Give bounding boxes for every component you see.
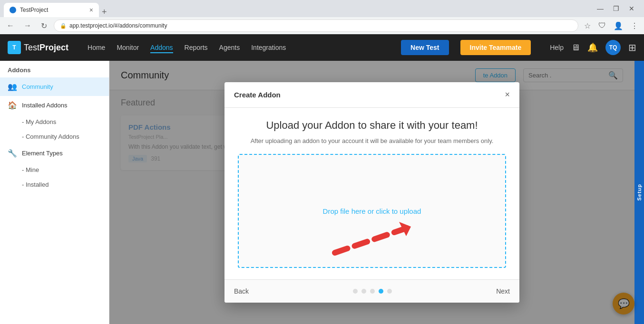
- modal-footer: Back Next: [224, 279, 519, 303]
- sidebar-installed-addons-label: Installed Addons: [22, 102, 67, 109]
- svg-line-0: [335, 227, 411, 253]
- minimize-button[interactable]: —: [595, 4, 605, 13]
- dot-1: [353, 289, 358, 294]
- dot-5: [387, 289, 392, 294]
- modal-header: Create Addon ×: [224, 82, 519, 108]
- pagination-dots: [353, 289, 392, 294]
- sidebar-item-mine[interactable]: - Mine: [0, 162, 109, 177]
- sidebar: Addons 👥 Community 🏠 Installed Addons - …: [0, 61, 109, 324]
- logo-icon: T: [8, 41, 21, 54]
- setup-label: Setup: [636, 184, 642, 201]
- sidebar-item-community-addons[interactable]: - Community Addons: [0, 129, 109, 144]
- nav-reports[interactable]: Reports: [185, 42, 208, 53]
- sidebar-element-types-label: Element Types: [22, 150, 63, 157]
- create-addon-modal: Create Addon × Upload your Addon to shar…: [224, 82, 519, 303]
- tab-title: TestProject: [20, 7, 48, 13]
- nav-icons: Help 🖥 🔔 TQ ⊞: [550, 40, 636, 55]
- address-bar[interactable]: 🔒 app.testproject.io/#/addons/community: [54, 19, 578, 32]
- modal-back-button[interactable]: Back: [234, 287, 249, 295]
- browser-tab-active[interactable]: TestProject ×: [4, 3, 99, 17]
- sidebar-item-element-types[interactable]: 🔧 Element Types: [0, 144, 109, 162]
- upload-area[interactable]: Drop file here or click to upload: [238, 154, 506, 268]
- bell-icon-button[interactable]: 🔔: [587, 42, 598, 53]
- reload-button[interactable]: ↻: [38, 20, 50, 31]
- url-text: app.testproject.io/#/addons/community: [69, 22, 167, 29]
- modal-heading: Upload your Addon to share it with your …: [238, 119, 506, 132]
- nav-monitor[interactable]: Monitor: [117, 42, 139, 53]
- top-nav: T TestProject Home Monitor Addons Report…: [0, 34, 644, 61]
- nav-integrations[interactable]: Integrations: [251, 42, 286, 53]
- sidebar-item-my-addons[interactable]: - My Addons: [0, 114, 109, 129]
- back-button[interactable]: ←: [4, 20, 17, 31]
- bookmark-star-button[interactable]: ☆: [582, 20, 593, 31]
- modal-close-button[interactable]: ×: [505, 90, 510, 100]
- grid-icon-button[interactable]: ⊞: [628, 42, 636, 53]
- invite-teammate-button[interactable]: Invite Teammate: [460, 40, 531, 55]
- sidebar-community-label: Community: [22, 83, 53, 90]
- main-layout: Addons 👥 Community 🏠 Installed Addons - …: [0, 61, 644, 324]
- logo[interactable]: T TestProject: [8, 41, 68, 54]
- monitor-icon-button[interactable]: 🖥: [571, 43, 580, 53]
- modal-overlay[interactable]: Create Addon × Upload your Addon to shar…: [109, 61, 634, 324]
- nav-addons[interactable]: Addons: [150, 42, 173, 53]
- community-icon: 👥: [8, 82, 17, 91]
- browser-tabs: TestProject × +: [4, 0, 110, 17]
- modal-title: Create Addon: [234, 91, 281, 99]
- upload-arrow-svg: [330, 219, 435, 257]
- sidebar-item-community[interactable]: 👥 Community: [0, 77, 109, 96]
- maximize-button[interactable]: ❐: [611, 4, 621, 13]
- upload-label[interactable]: Drop file here or click to upload: [323, 207, 421, 215]
- browser-chrome: TestProject × + — ❐ ✕: [0, 0, 644, 17]
- modal-next-button[interactable]: Next: [496, 287, 510, 295]
- modal-subtitle: After uploading an addon to your account…: [238, 137, 506, 144]
- setup-sidebar[interactable]: Setup: [634, 61, 644, 324]
- dot-2: [361, 289, 366, 294]
- tab-favicon: [10, 7, 16, 13]
- nav-home[interactable]: Home: [88, 42, 105, 53]
- new-test-button[interactable]: New Test: [401, 40, 449, 55]
- dot-3: [370, 289, 375, 294]
- tab-close-button[interactable]: ×: [89, 6, 93, 14]
- browser-controls: ← → ↻ 🔒 app.testproject.io/#/addons/comm…: [0, 17, 644, 34]
- help-label[interactable]: Help: [550, 44, 564, 51]
- sidebar-item-installed[interactable]: - Installed: [0, 177, 109, 192]
- content-area: Community te Addon 🔍 Featured PDF Action…: [109, 61, 634, 324]
- lock-icon: 🔒: [60, 23, 67, 29]
- extension-button[interactable]: 🛡: [596, 20, 608, 31]
- installed-addons-icon: 🏠: [8, 101, 17, 110]
- logo-text: TestProject: [24, 43, 68, 53]
- profile-button[interactable]: 👤: [612, 20, 625, 31]
- forward-button[interactable]: →: [21, 20, 34, 31]
- avatar[interactable]: TQ: [605, 40, 621, 55]
- new-tab-button[interactable]: +: [99, 7, 110, 17]
- sidebar-title: Addons: [0, 61, 109, 77]
- dot-4: [379, 289, 383, 294]
- nav-agents[interactable]: Agents: [219, 42, 240, 53]
- modal-body: Upload your Addon to share it with your …: [224, 108, 519, 279]
- more-button[interactable]: ⋮: [629, 20, 640, 31]
- window-close-button[interactable]: ✕: [627, 4, 636, 13]
- sidebar-item-installed-addons[interactable]: 🏠 Installed Addons: [0, 96, 109, 114]
- element-types-icon: 🔧: [8, 149, 17, 158]
